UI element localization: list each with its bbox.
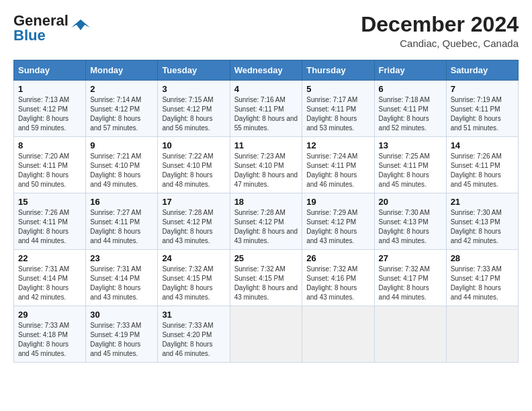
- day-number: 14: [451, 140, 514, 150]
- calendar-week-row: 22 Sunrise: 7:31 AMSunset: 4:14 PMDaylig…: [14, 250, 519, 306]
- calendar-cell: [230, 306, 302, 363]
- header-saturday: Saturday: [446, 60, 518, 81]
- day-info: Sunrise: 7:26 AMSunset: 4:11 PMDaylight:…: [451, 152, 514, 189]
- calendar-cell: 9 Sunrise: 7:21 AMSunset: 4:10 PMDayligh…: [86, 137, 158, 193]
- calendar-cell: 15 Sunrise: 7:26 AMSunset: 4:11 PMDaylig…: [14, 193, 86, 250]
- calendar-cell: 11 Sunrise: 7:23 AMSunset: 4:10 PMDaylig…: [230, 137, 302, 193]
- calendar-cell: 27 Sunrise: 7:32 AMSunset: 4:17 PMDaylig…: [374, 250, 446, 306]
- day-number: 6: [379, 84, 442, 94]
- day-info: Sunrise: 7:33 AMSunset: 4:19 PMDaylight:…: [90, 321, 153, 359]
- calendar-cell: 30 Sunrise: 7:33 AMSunset: 4:19 PMDaylig…: [86, 306, 158, 363]
- day-info: Sunrise: 7:14 AMSunset: 4:12 PMDaylight:…: [90, 95, 153, 133]
- day-number: 16: [90, 197, 153, 207]
- day-info: Sunrise: 7:30 AMSunset: 4:13 PMDaylight:…: [379, 208, 442, 246]
- calendar-cell: 6 Sunrise: 7:18 AMSunset: 4:11 PMDayligh…: [374, 81, 446, 137]
- day-number: 26: [306, 253, 369, 263]
- header-monday: Monday: [86, 60, 158, 81]
- day-info: Sunrise: 7:33 AMSunset: 4:18 PMDaylight:…: [18, 321, 81, 359]
- calendar-cell: 28 Sunrise: 7:33 AMSunset: 4:17 PMDaylig…: [446, 250, 518, 306]
- day-info: Sunrise: 7:22 AMSunset: 4:10 PMDaylight:…: [162, 152, 225, 189]
- day-info: Sunrise: 7:33 AMSunset: 4:17 PMDaylight:…: [451, 265, 514, 302]
- calendar-cell: 22 Sunrise: 7:31 AMSunset: 4:14 PMDaylig…: [14, 250, 86, 306]
- calendar-cell: 20 Sunrise: 7:30 AMSunset: 4:13 PMDaylig…: [374, 193, 446, 250]
- day-info: Sunrise: 7:32 AMSunset: 4:16 PMDaylight:…: [306, 265, 369, 302]
- day-info: Sunrise: 7:27 AMSunset: 4:11 PMDaylight:…: [90, 208, 153, 246]
- calendar-cell: 4 Sunrise: 7:16 AMSunset: 4:11 PMDayligh…: [230, 81, 302, 137]
- header-tuesday: Tuesday: [158, 60, 230, 81]
- calendar-cell: 31 Sunrise: 7:33 AMSunset: 4:20 PMDaylig…: [158, 306, 230, 363]
- day-number: 12: [306, 140, 369, 150]
- day-info: Sunrise: 7:33 AMSunset: 4:20 PMDaylight:…: [162, 321, 225, 359]
- day-number: 7: [451, 84, 514, 94]
- page-header: General Blue December 2024 Candiac, Queb…: [13, 13, 519, 49]
- day-info: Sunrise: 7:17 AMSunset: 4:11 PMDaylight:…: [306, 95, 369, 133]
- calendar-cell: 21 Sunrise: 7:30 AMSunset: 4:13 PMDaylig…: [446, 193, 518, 250]
- calendar-table: SundayMondayTuesdayWednesdayThursdayFrid…: [13, 60, 519, 363]
- calendar-header-row: SundayMondayTuesdayWednesdayThursdayFrid…: [14, 60, 519, 81]
- day-info: Sunrise: 7:31 AMSunset: 4:14 PMDaylight:…: [90, 265, 153, 302]
- calendar-cell: 26 Sunrise: 7:32 AMSunset: 4:16 PMDaylig…: [302, 250, 374, 306]
- calendar-cell: 19 Sunrise: 7:29 AMSunset: 4:12 PMDaylig…: [302, 193, 374, 250]
- day-number: 10: [162, 140, 225, 150]
- header-friday: Friday: [374, 60, 446, 81]
- calendar-cell: 1 Sunrise: 7:13 AMSunset: 4:12 PMDayligh…: [14, 81, 86, 137]
- day-info: Sunrise: 7:24 AMSunset: 4:11 PMDaylight:…: [306, 152, 369, 189]
- day-info: Sunrise: 7:32 AMSunset: 4:15 PMDaylight:…: [162, 265, 225, 302]
- day-number: 29: [18, 310, 81, 320]
- calendar-cell: 29 Sunrise: 7:33 AMSunset: 4:18 PMDaylig…: [14, 306, 86, 363]
- day-number: 11: [234, 140, 298, 150]
- calendar-week-row: 8 Sunrise: 7:20 AMSunset: 4:11 PMDayligh…: [14, 137, 519, 193]
- day-number: 28: [451, 253, 514, 263]
- day-number: 13: [379, 140, 442, 150]
- location-subtitle: Candiac, Quebec, Canada: [361, 38, 519, 49]
- calendar-week-row: 15 Sunrise: 7:26 AMSunset: 4:11 PMDaylig…: [14, 193, 519, 250]
- day-info: Sunrise: 7:28 AMSunset: 4:12 PMDaylight:…: [162, 208, 225, 246]
- day-info: Sunrise: 7:25 AMSunset: 4:11 PMDaylight:…: [379, 152, 442, 189]
- day-number: 23: [90, 253, 153, 263]
- day-number: 3: [162, 84, 225, 94]
- day-info: Sunrise: 7:32 AMSunset: 4:15 PMDaylight:…: [234, 265, 298, 302]
- calendar-cell: 23 Sunrise: 7:31 AMSunset: 4:14 PMDaylig…: [86, 250, 158, 306]
- day-info: Sunrise: 7:18 AMSunset: 4:11 PMDaylight:…: [379, 95, 442, 133]
- day-number: 24: [162, 253, 225, 263]
- day-number: 21: [451, 197, 514, 207]
- calendar-week-row: 1 Sunrise: 7:13 AMSunset: 4:12 PMDayligh…: [14, 81, 519, 137]
- calendar-cell: 13 Sunrise: 7:25 AMSunset: 4:11 PMDaylig…: [374, 137, 446, 193]
- header-wednesday: Wednesday: [230, 60, 302, 81]
- day-number: 18: [234, 197, 298, 207]
- calendar-week-row: 29 Sunrise: 7:33 AMSunset: 4:18 PMDaylig…: [14, 306, 519, 363]
- calendar-cell: [446, 306, 518, 363]
- day-number: 30: [90, 310, 153, 320]
- day-info: Sunrise: 7:28 AMSunset: 4:12 PMDaylight:…: [234, 208, 298, 246]
- day-number: 25: [234, 253, 298, 263]
- day-number: 22: [18, 253, 81, 263]
- day-info: Sunrise: 7:15 AMSunset: 4:12 PMDaylight:…: [162, 95, 225, 133]
- day-number: 2: [90, 84, 153, 94]
- title-block: December 2024 Candiac, Quebec, Canada: [361, 13, 519, 49]
- day-info: Sunrise: 7:23 AMSunset: 4:10 PMDaylight:…: [234, 152, 298, 189]
- day-info: Sunrise: 7:16 AMSunset: 4:11 PMDaylight:…: [234, 95, 298, 133]
- day-info: Sunrise: 7:20 AMSunset: 4:11 PMDaylight:…: [18, 152, 81, 189]
- calendar-cell: 24 Sunrise: 7:32 AMSunset: 4:15 PMDaylig…: [158, 250, 230, 306]
- calendar-cell: 12 Sunrise: 7:24 AMSunset: 4:11 PMDaylig…: [302, 137, 374, 193]
- day-number: 4: [234, 84, 298, 94]
- calendar-cell: 2 Sunrise: 7:14 AMSunset: 4:12 PMDayligh…: [86, 81, 158, 137]
- calendar-cell: 17 Sunrise: 7:28 AMSunset: 4:12 PMDaylig…: [158, 193, 230, 250]
- svg-marker-0: [71, 19, 90, 30]
- calendar-cell: 5 Sunrise: 7:17 AMSunset: 4:11 PMDayligh…: [302, 81, 374, 137]
- day-number: 15: [18, 197, 81, 207]
- day-info: Sunrise: 7:21 AMSunset: 4:10 PMDaylight:…: [90, 152, 153, 189]
- calendar-cell: 18 Sunrise: 7:28 AMSunset: 4:12 PMDaylig…: [230, 193, 302, 250]
- calendar-cell: 3 Sunrise: 7:15 AMSunset: 4:12 PMDayligh…: [158, 81, 230, 137]
- day-info: Sunrise: 7:31 AMSunset: 4:14 PMDaylight:…: [18, 265, 81, 302]
- calendar-cell: 10 Sunrise: 7:22 AMSunset: 4:10 PMDaylig…: [158, 137, 230, 193]
- day-number: 1: [18, 84, 81, 94]
- day-number: 27: [379, 253, 442, 263]
- day-info: Sunrise: 7:19 AMSunset: 4:11 PMDaylight:…: [451, 95, 514, 133]
- day-info: Sunrise: 7:30 AMSunset: 4:13 PMDaylight:…: [451, 208, 514, 246]
- calendar-cell: 7 Sunrise: 7:19 AMSunset: 4:11 PMDayligh…: [446, 81, 518, 137]
- calendar-cell: 25 Sunrise: 7:32 AMSunset: 4:15 PMDaylig…: [230, 250, 302, 306]
- day-number: 8: [18, 140, 81, 150]
- header-thursday: Thursday: [302, 60, 374, 81]
- calendar-cell: 14 Sunrise: 7:26 AMSunset: 4:11 PMDaylig…: [446, 137, 518, 193]
